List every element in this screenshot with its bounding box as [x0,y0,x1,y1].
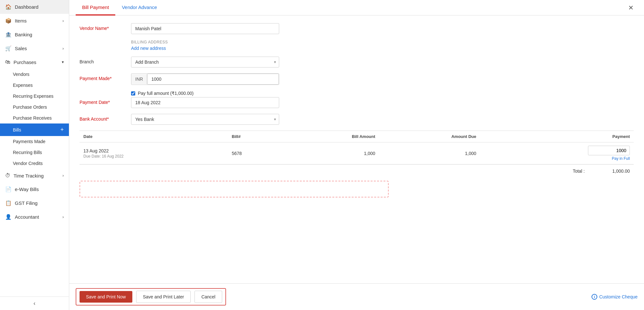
cell-amount-due: 1,000 [379,142,480,164]
form-area: Vendor Name* BILLING ADDRESS Add new add… [69,15,644,283]
sidebar-item-sales[interactable]: 🛒 Sales › [0,41,69,55]
cheque-area [80,181,634,197]
payment-made-input-group: INR [131,73,279,85]
bank-account-label: Bank Account* [80,114,131,122]
total-value: 1,000.00 [598,169,630,174]
footer: Save and Print Now Save and Print Later … [69,283,644,310]
time-icon: ⏱ [5,173,10,178]
payment-amount-input[interactable] [147,74,279,85]
pay-full-amount-row: Pay full amount (₹1,000.00) [131,91,634,96]
bills-table: Date Bill# Bill Amount Amount Due Paymen… [80,131,634,164]
sidebar-item-label: Purchases [14,59,36,65]
chevron-right-icon: › [62,215,64,219]
add-bill-button[interactable]: + [60,126,64,133]
dashboard-icon: 🏠 [5,4,12,10]
vendor-name-row: Vendor Name* [80,23,634,34]
chevron-right-icon: › [62,173,64,178]
bank-account-row: Bank Account* Yes Bank ▾ [80,114,634,125]
payment-date-input[interactable] [131,97,279,108]
branch-select-wrap: Add Branch ▾ [131,57,279,68]
cell-date: 13 Aug 2022 Due Date: 16 Aug 2022 [80,142,228,164]
tab-bill-payment[interactable]: Bill Payment [76,0,115,15]
sidebar-item-purchase-receives[interactable]: Purchase Receives [0,113,69,123]
sidebar-item-label: Banking [15,32,32,37]
sidebar-item-purchases[interactable]: 🛍 Purchases ▾ [0,55,69,69]
pay-in-full-link[interactable]: Pay in Full [612,156,630,161]
branch-row: Branch Add Branch ▾ [80,57,634,68]
sidebar-item-purchase-orders[interactable]: Purchase Orders [0,102,69,113]
currency-label: INR [131,74,147,84]
chevron-right-icon: › [62,46,64,51]
cell-bill-num: 5678 [228,142,283,164]
cell-bill-amount: 1,000 [283,142,379,164]
tabs-bar: Bill Payment Vendor Advance ✕ [69,0,644,15]
eway-icon: 📄 [5,186,12,192]
sidebar-item-gst-filing[interactable]: 📋 GST Filing [0,196,69,210]
sidebar-item-eway-bills[interactable]: 📄 e-Way Bills [0,182,69,196]
payment-made-label: Payment Made* [80,73,131,81]
cancel-button[interactable]: Cancel [194,291,222,303]
gst-icon: 📋 [5,200,12,206]
row-payment-input[interactable] [588,146,630,155]
total-row: Total : 1,000.00 [80,164,634,178]
payment-made-row: Payment Made* INR [80,73,634,85]
due-date: Due Date: 16 Aug 2022 [83,154,224,159]
banking-icon: 🏦 [5,32,12,38]
billing-address-title: BILLING ADDRESS [131,40,634,44]
sidebar-item-time-tracking[interactable]: ⏱ Time Tracking › [0,169,69,182]
chevron-down-icon: ▾ [62,60,64,64]
sidebar-item-bills[interactable]: Bills + [0,123,69,136]
pay-full-amount-checkbox[interactable] [131,91,135,96]
col-amount-due: Amount Due [379,131,480,142]
payment-made-field-wrap: INR [131,73,279,85]
payment-date-label: Payment Date* [80,97,131,105]
billing-address-section: BILLING ADDRESS Add new address [131,40,634,51]
total-label: Total : [573,169,585,174]
add-address-link[interactable]: Add new address [131,46,166,51]
sidebar-item-expenses[interactable]: Expenses [0,80,69,91]
accountant-icon: 👤 [5,214,12,220]
sidebar-item-vendors[interactable]: Vendors [0,69,69,80]
col-payment: Payment [480,131,634,142]
customize-cheque-link[interactable]: i Customize Cheque [592,294,638,300]
payment-date-field-wrap [131,97,279,108]
sidebar-item-banking[interactable]: 🏦 Banking [0,28,69,41]
items-icon: 📦 [5,18,12,24]
sidebar-item-accountant[interactable]: 👤 Accountant › [0,210,69,224]
payment-date-row: Payment Date* [80,97,634,108]
table-row: 13 Aug 2022 Due Date: 16 Aug 2022 5678 1… [80,142,634,164]
payment-cell-wrap: Pay in Full [484,146,630,161]
chevron-right-icon: › [62,19,64,23]
footer-action-group: Save and Print Now Save and Print Later … [76,288,226,305]
bank-account-select[interactable]: Yes Bank [131,114,279,125]
purchases-icon: 🛍 [5,59,10,65]
sidebar-item-items[interactable]: 📦 Items › [0,14,69,28]
sidebar-item-label: Sales [15,46,27,51]
vendor-name-label: Vendor Name* [80,23,131,31]
info-icon: i [592,294,597,300]
sidebar-item-label: Items [15,18,27,23]
tab-vendor-advance[interactable]: Vendor Advance [115,0,163,15]
branch-label: Branch [80,57,131,64]
sidebar-item-recurring-bills[interactable]: Recurring Bills [0,147,69,158]
branch-select[interactable]: Add Branch [131,57,279,68]
save-and-print-later-button[interactable]: Save and Print Later [136,291,191,303]
save-and-print-now-button[interactable]: Save and Print Now [80,291,132,303]
col-bill-amount: Bill Amount [283,131,379,142]
table-header-row: Date Bill# Bill Amount Amount Due Paymen… [80,131,634,142]
close-button[interactable]: ✕ [624,1,638,14]
vendor-name-field-wrap [131,23,279,34]
sidebar-item-dashboard[interactable]: 🏠 Dashboard [0,0,69,14]
bank-account-select-wrap: Yes Bank ▾ [131,114,279,125]
sidebar-item-recurring-expenses[interactable]: Recurring Expenses [0,91,69,102]
col-date: Date [80,131,228,142]
sidebar-collapse-button[interactable]: ‹ [0,296,69,310]
cell-payment: Pay in Full [480,142,634,164]
col-bill-num: Bill# [228,131,283,142]
pay-full-amount-label: Pay full amount (₹1,000.00) [138,91,194,96]
sidebar-item-payments-made[interactable]: Payments Made [0,136,69,147]
vendor-name-input[interactable] [131,23,279,34]
sidebar: 🏠 Dashboard 📦 Items › 🏦 Banking 🛒 Sales … [0,0,69,310]
main-content: Bill Payment Vendor Advance ✕ Vendor Nam… [69,0,644,310]
sidebar-item-vendor-credits[interactable]: Vendor Credits [0,158,69,169]
